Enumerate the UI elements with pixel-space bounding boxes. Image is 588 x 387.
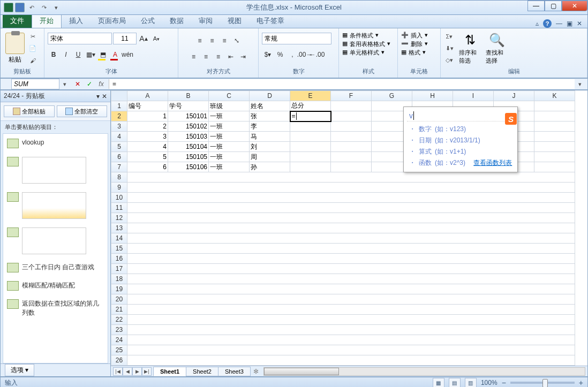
cell[interactable] — [127, 254, 575, 264]
zoom-in-button[interactable]: + — [579, 378, 583, 387]
col-header[interactable]: C — [209, 91, 250, 101]
copy-icon[interactable]: 📄 — [27, 43, 38, 54]
cell[interactable]: 一班 — [209, 122, 250, 132]
cell[interactable] — [290, 162, 331, 172]
row-header[interactable]: 14 — [111, 233, 127, 244]
row-header[interactable]: 13 — [111, 223, 127, 233]
row-header[interactable]: 17 — [111, 264, 127, 274]
cell[interactable]: 150105 — [168, 152, 209, 162]
doc-restore-icon[interactable]: ▣ — [567, 20, 572, 27]
row-header[interactable]: 4 — [111, 132, 127, 142]
cell[interactable] — [127, 244, 575, 254]
row-header[interactable]: 2 — [111, 111, 127, 122]
cell[interactable] — [127, 213, 575, 223]
cell[interactable] — [127, 172, 575, 183]
zoom-out-button[interactable]: − — [502, 378, 506, 387]
cell[interactable] — [127, 325, 575, 335]
cell[interactable] — [290, 132, 331, 142]
name-box[interactable]: SUM — [11, 79, 59, 89]
row-header[interactable]: 8 — [111, 172, 127, 183]
cell[interactable] — [127, 284, 575, 294]
cell-editing[interactable]: = — [290, 111, 331, 122]
cell[interactable] — [331, 122, 372, 132]
cell[interactable] — [127, 335, 575, 345]
col-header[interactable]: I — [453, 91, 494, 101]
table-format-button[interactable]: ▦套用表格格式▾ — [342, 40, 390, 48]
row-header[interactable]: 9 — [111, 183, 127, 193]
sheet-tab[interactable]: Sheet2 — [186, 367, 218, 376]
row-header[interactable]: 10 — [111, 193, 127, 203]
cell[interactable]: 150101 — [168, 111, 209, 122]
hscroll-thumb[interactable] — [264, 368, 339, 375]
row-header[interactable]: 16 — [111, 254, 127, 264]
pane-dropdown-icon[interactable]: ▾ — [96, 93, 100, 100]
cell[interactable]: 一班 — [209, 142, 250, 152]
cell[interactable] — [290, 142, 331, 152]
row-header[interactable]: 12 — [111, 213, 127, 223]
cell[interactable] — [534, 101, 575, 111]
tab-file[interactable]: 文件 — [3, 14, 32, 28]
tab-formula[interactable]: 公式 — [133, 14, 162, 28]
cell[interactable] — [331, 142, 372, 152]
cell[interactable]: 编号 — [127, 101, 168, 111]
formula-expand-icon[interactable]: ▾ — [575, 79, 585, 89]
zoom-level[interactable]: 100% — [481, 379, 497, 386]
cell[interactable]: 150104 — [168, 142, 209, 152]
doc-close-icon[interactable]: ✕ — [577, 20, 582, 27]
cell[interactable] — [127, 345, 575, 355]
undo-icon[interactable]: ↶ — [26, 2, 37, 13]
cell[interactable] — [331, 101, 372, 111]
cell[interactable]: 总分 — [290, 101, 331, 111]
cell[interactable] — [534, 122, 575, 132]
tab-layout[interactable]: 页面布局 — [91, 14, 133, 28]
view-layout-icon[interactable]: ▤ — [449, 378, 461, 387]
cell[interactable]: 学号 — [168, 101, 209, 111]
sogou-ime-icon[interactable]: S — [505, 113, 517, 125]
qat-dropdown-icon[interactable]: ▾ — [51, 2, 62, 13]
cell[interactable] — [534, 142, 575, 152]
doc-minimize-icon[interactable]: — — [556, 20, 562, 27]
cell[interactable]: 2 — [127, 122, 168, 132]
horizontal-scrollbar[interactable] — [263, 367, 585, 376]
cell[interactable] — [127, 193, 575, 203]
cell[interactable]: 李 — [250, 122, 290, 132]
ime-function-link[interactable]: 查看函数列表 — [473, 158, 512, 168]
cell[interactable]: 孙 — [250, 162, 290, 172]
cell[interactable] — [127, 305, 575, 315]
minimize-ribbon-icon[interactable]: ▵ — [536, 20, 539, 27]
cell[interactable] — [534, 111, 575, 122]
sheet-nav-first-icon[interactable]: |◀ — [113, 367, 123, 376]
cell[interactable]: 一班 — [209, 111, 250, 122]
redo-icon[interactable]: ↷ — [39, 2, 49, 13]
cell[interactable] — [534, 132, 575, 142]
clear-icon[interactable]: ◇▾ — [444, 55, 455, 66]
cell[interactable]: 4 — [127, 142, 168, 152]
row-header[interactable]: 20 — [111, 294, 127, 305]
formula-enter-button[interactable]: ✓ — [84, 79, 95, 89]
paste-all-button[interactable]: 全部粘贴 — [4, 105, 55, 117]
cell[interactable] — [127, 355, 575, 366]
decimal-dec-icon[interactable]: ←.00 — [311, 49, 323, 60]
number-format-select[interactable] — [262, 33, 331, 44]
clipboard-options-button[interactable]: 选项 ▾ — [5, 364, 34, 376]
row-header[interactable]: 25 — [111, 345, 127, 355]
maximize-button[interactable]: ▢ — [545, 1, 562, 11]
cell[interactable] — [331, 162, 372, 172]
cell[interactable] — [534, 152, 575, 162]
cell[interactable] — [127, 183, 575, 193]
row-header[interactable]: 15 — [111, 244, 127, 254]
col-header[interactable]: K — [534, 91, 575, 101]
cell[interactable] — [534, 162, 575, 172]
cell[interactable] — [290, 122, 331, 132]
cell[interactable]: 马 — [250, 132, 290, 142]
col-header[interactable]: G — [372, 91, 412, 101]
clip-item[interactable]: 三个工作日内 自己查游戏 — [5, 260, 105, 275]
currency-icon[interactable]: $▾ — [262, 49, 274, 60]
clear-all-button[interactable]: 全部清空 — [57, 105, 108, 117]
excel-icon[interactable] — [4, 3, 13, 12]
clip-item[interactable] — [5, 225, 105, 257]
cell[interactable]: 张 — [250, 111, 290, 122]
cell[interactable] — [331, 152, 372, 162]
fill-color-icon[interactable]: ⬒ — [97, 49, 109, 60]
cell[interactable]: 一班 — [209, 162, 250, 172]
